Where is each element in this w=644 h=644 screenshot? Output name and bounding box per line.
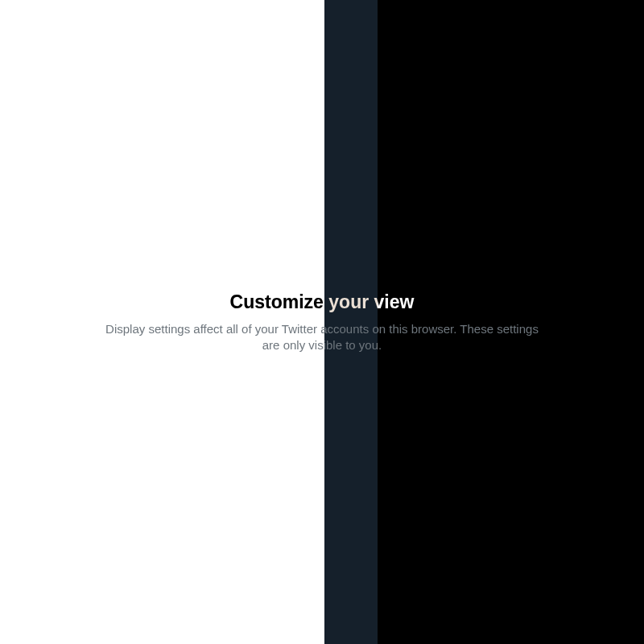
page-subtitle: Display settings affect all of your Twit…	[97, 321, 547, 353]
page-title: Customize your view	[230, 291, 415, 313]
customize-view-content: Customize your view Display settings aff…	[0, 0, 644, 644]
